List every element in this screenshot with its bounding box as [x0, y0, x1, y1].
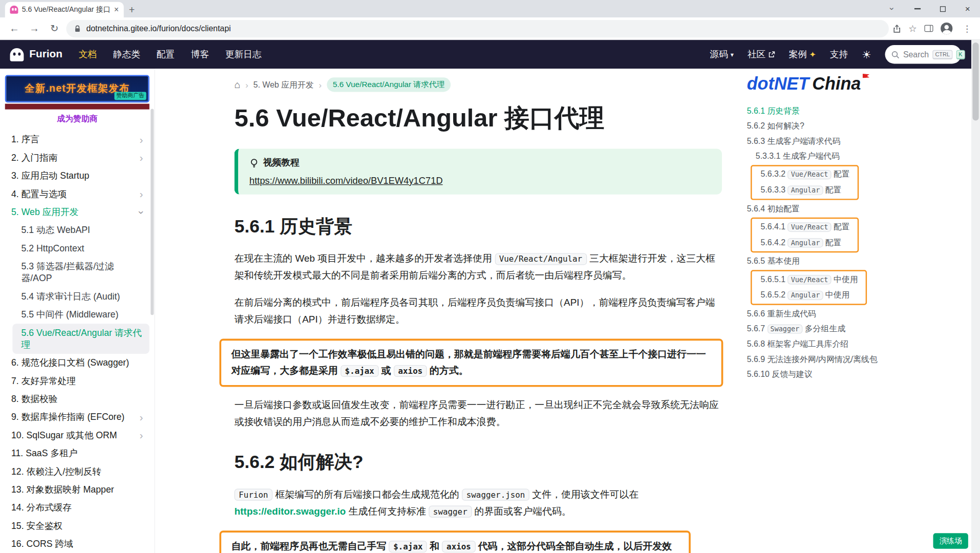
- sidebar-item[interactable]: 5.1 动态 WebAPI: [12, 221, 149, 239]
- share-icon[interactable]: [892, 24, 901, 33]
- sidebar-item[interactable]: 13. 对象数据映射 Mapper: [5, 481, 150, 499]
- toc-item[interactable]: 5.6.2 如何解决?: [747, 119, 897, 134]
- browser-menu-icon[interactable]: ⋮: [960, 24, 974, 34]
- flag-icon: [863, 74, 869, 78]
- search-input[interactable]: Search CTRL K: [885, 45, 962, 64]
- sidebar-item[interactable]: 8. 数据校验: [5, 390, 150, 408]
- nav-item-docs[interactable]: 文档: [79, 49, 97, 60]
- tab-close-icon[interactable]: ×: [114, 5, 119, 14]
- sidebar-item[interactable]: 16. CORS 跨域: [5, 535, 150, 553]
- sidebar-item[interactable]: 11. SaaS 多租户: [5, 444, 150, 462]
- new-tab-button[interactable]: +: [124, 2, 140, 18]
- sponsor-ad-banner[interactable]: 全新.net开发框架发布 赞助商广告: [5, 75, 150, 102]
- close-button[interactable]: ×: [955, 0, 980, 17]
- toc-item[interactable]: 5.6.5.2 Angular 中使用: [752, 288, 858, 304]
- theme-toggle-icon[interactable]: ☀: [862, 48, 871, 61]
- search-placeholder: Search: [903, 50, 929, 59]
- chevron-right-icon[interactable]: ›: [140, 431, 143, 440]
- sidebar-item[interactable]: 3. 应用启动 Startup: [5, 167, 150, 185]
- toc-item[interactable]: 5.6.3.3 Angular 配置: [752, 182, 850, 198]
- furion-logo[interactable]: [10, 48, 24, 61]
- become-sponsor-link[interactable]: 成为赞助商: [5, 113, 150, 124]
- sidebar-item[interactable]: 12. 依赖注入/控制反转: [5, 462, 150, 480]
- orange-annotation-box: 5.6.5.1 Vue/React 中使用 5.6.5.2 Angular 中使…: [751, 270, 867, 305]
- browser-address-bar: ← → ↻ dotnetchina.gitee.io/furion/docs/c…: [0, 17, 980, 40]
- nav-item-community[interactable]: 社区: [748, 49, 775, 60]
- sidebar-item[interactable]: 6. 规范化接口文档 (Swagger): [5, 354, 150, 372]
- nav-item-blog[interactable]: 博客: [191, 49, 209, 60]
- sidebar-item[interactable]: 15. 安全鉴权: [5, 517, 150, 535]
- sidebar-scrollbar[interactable]: [151, 109, 154, 315]
- orange-annotation-box: 自此，前端程序员再也无需自己手写 $.ajax 和 axios 代码，这部分代码…: [219, 530, 690, 553]
- sidebar-item[interactable]: 5.3 筛选器/拦截器/过滤器/AOP: [12, 258, 149, 288]
- back-icon[interactable]: ←: [6, 20, 23, 37]
- nav-item-cases[interactable]: 案例✦: [789, 49, 816, 60]
- home-icon[interactable]: ⌂: [235, 79, 241, 90]
- sidebar-item[interactable]: 7. 友好异常处理: [5, 372, 150, 390]
- sidebar-item[interactable]: 5.5 中间件 (Middleware): [12, 306, 149, 324]
- video-tutorial-callout: 视频教程 https://www.bilibili.com/video/BV1E…: [235, 149, 722, 195]
- window-controls: › ×: [880, 0, 980, 17]
- profile-avatar[interactable]: [941, 23, 952, 34]
- side-panel-icon[interactable]: [924, 25, 933, 32]
- sidebar-item[interactable]: 5.4 请求审计日志 (Audit): [12, 288, 149, 306]
- chevron-right-icon[interactable]: ›: [140, 189, 143, 198]
- toc-item[interactable]: 5.6.9 无法连接外网/内网情况/离线包: [747, 352, 897, 367]
- toc-item[interactable]: 5.6.10 反馈与建议: [747, 367, 897, 382]
- refresh-icon[interactable]: ↻: [46, 20, 62, 37]
- page-scrollbar[interactable]: [971, 40, 980, 553]
- doc-content-area: ⌂ › 5. Web 应用开发 › 5.6 Vue/React/Angular …: [155, 69, 971, 553]
- nav-item-source[interactable]: 源码▾: [710, 49, 733, 60]
- toc-item[interactable]: 5.6.4.1 Vue/React 配置: [752, 219, 850, 235]
- sidebar-item[interactable]: 9. 数据库操作指南 (EFCore)›: [5, 408, 150, 426]
- minimize-button[interactable]: [905, 0, 930, 17]
- browser-tab[interactable]: 5.6 Vue/React/Angular 接口代... ×: [5, 2, 124, 18]
- brand-name[interactable]: Furion: [29, 48, 62, 60]
- lock-icon: [74, 25, 81, 32]
- toc-item[interactable]: 5.6.1 历史背景: [747, 104, 897, 119]
- breadcrumb-current[interactable]: 5.6 Vue/React/Angular 请求代理: [327, 77, 451, 92]
- chevron-right-icon[interactable]: ›: [140, 154, 143, 162]
- toc-item[interactable]: 5.6.7 Swagger 多分组生成: [747, 321, 897, 337]
- forward-icon[interactable]: →: [26, 20, 42, 37]
- nav-item-static[interactable]: 静态类: [113, 49, 140, 60]
- ctrl-keycap: CTRL: [933, 50, 952, 59]
- dotnet-china-logo: dotNETChina: [747, 74, 897, 94]
- chevron-right-icon[interactable]: ›: [140, 413, 143, 421]
- toc-item[interactable]: 5.6.5.1 Vue/React 中使用: [752, 272, 858, 288]
- orange-annotation-box: 5.6.4.1 Vue/React 配置 5.6.4.2 Angular 配置: [751, 218, 859, 252]
- breadcrumb-item[interactable]: 5. Web 应用开发: [253, 79, 314, 90]
- sidebar-item[interactable]: 14. 分布式缓存: [5, 499, 150, 517]
- sidebar-item[interactable]: 1. 序言›: [5, 131, 150, 148]
- browser-window: 5.6 Vue/React/Angular 接口代... × + › × ← →…: [0, 0, 980, 553]
- sidebar-item[interactable]: 10. SqlSugar 或其他 ORM›: [5, 427, 150, 444]
- sidebar-item[interactable]: 5.2 HttpContext: [12, 240, 149, 258]
- sidebar-item[interactable]: 2. 入门指南›: [5, 149, 150, 167]
- sidebar-item-web-dev[interactable]: 5. Web 应用开发›: [5, 203, 150, 221]
- url-bar[interactable]: dotnetchina.gitee.io/furion/docs/clienta…: [66, 19, 888, 37]
- toc-item[interactable]: 5.6.4.2 Angular 配置: [752, 235, 850, 251]
- sidebar-subsection: 5.1 动态 WebAPI 5.2 HttpContext 5.3 筛选器/拦截…: [5, 221, 150, 354]
- toc-item[interactable]: 5.6.5 基本使用: [747, 254, 897, 269]
- nav-item-config[interactable]: 配置: [157, 49, 175, 60]
- sidebar-item[interactable]: 4. 配置与选项›: [5, 185, 150, 203]
- toc-item[interactable]: 5.6.4 初始配置: [747, 201, 897, 216]
- tab-search-icon[interactable]: ›: [880, 0, 905, 17]
- sidebar-item-current[interactable]: 5.6 Vue/React/Angular 请求代理: [12, 324, 149, 354]
- toc-item[interactable]: 5.6.3.2 Vue/React 配置: [752, 167, 850, 183]
- video-link[interactable]: https://www.bilibili.com/video/BV1EW4y1C…: [249, 175, 443, 186]
- playground-button[interactable]: 演练场: [933, 533, 968, 549]
- maximize-button[interactable]: [930, 0, 955, 17]
- chevron-down-icon[interactable]: ›: [137, 210, 146, 214]
- toc-item[interactable]: 5.3.3.1 生成客户端代码: [747, 149, 897, 164]
- nav-item-support[interactable]: 支持: [830, 49, 848, 60]
- bookmark-star-icon[interactable]: ☆: [908, 23, 917, 34]
- chevron-right-icon[interactable]: ›: [140, 135, 143, 144]
- nav-item-changelog[interactable]: 更新日志: [225, 49, 262, 60]
- toc-item[interactable]: 5.6.6 重新生成代码: [747, 306, 897, 321]
- toc-item[interactable]: 5.6.8 框架客户端工具库介绍: [747, 337, 897, 352]
- breadcrumb: ⌂ › 5. Web 应用开发 › 5.6 Vue/React/Angular …: [235, 77, 722, 92]
- tab-title: 5.6 Vue/React/Angular 接口代...: [22, 5, 111, 14]
- toc-item[interactable]: 5.6.3 生成客户端请求代码: [747, 134, 897, 148]
- scrollbar-thumb[interactable]: [972, 42, 978, 121]
